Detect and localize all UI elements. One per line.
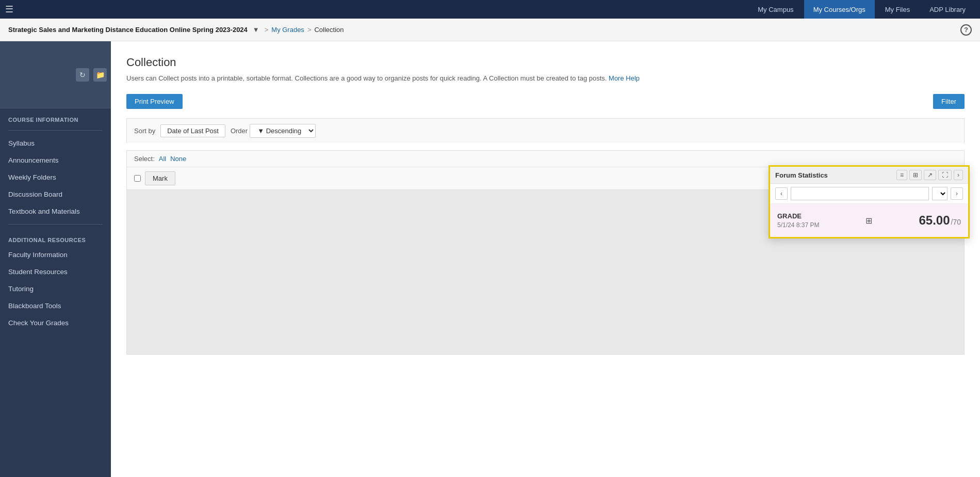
select-row: Select: All None [126,150,965,167]
top-navigation: ☰ My Campus My Courses/Orgs My Files ADP… [0,0,980,19]
sidebar-item-tutoring[interactable]: Tutoring [0,280,111,297]
panel-navigation: ‹ › [770,184,968,204]
panel-nav-next-btn[interactable]: › [951,187,963,200]
additional-resources-section-label: ADDITIONAL RESOURCES [0,229,111,246]
sort-by-label: Sort by [134,127,155,135]
breadcrumb-sep2: > [307,26,312,34]
breadcrumb-grades-link[interactable]: My Grades [271,26,304,34]
panel-chart-icon[interactable]: ↗ [924,170,936,180]
panel-header-controls: ≡ ⊞ ↗ ⛶ › [896,170,963,180]
order-label: Order [231,127,248,135]
select-none-link[interactable]: None [170,155,186,163]
grade-date: 5/1/24 8:37 PM [777,221,819,229]
select-label: Select: [134,155,155,163]
print-preview-button[interactable]: Print Preview [126,94,183,109]
sidebar-item-discussion-board[interactable]: Discussion Board [0,186,111,203]
nav-my-campus[interactable]: My Campus [748,0,803,19]
grade-number: 65.00 [919,213,950,228]
order-select[interactable]: ▼ Descending [250,124,316,138]
course-title: Strategic Sales and Marketing Distance E… [8,26,248,34]
panel-header: Forum Statistics ≡ ⊞ ↗ ⛶ › [770,167,968,184]
right-panel-overlay: Forum Statistics ≡ ⊞ ↗ ⛶ › ‹ › [769,165,970,239]
sidebar: ↻ 📁 COURSE INFORMATION Syllabus Announce… [0,41,111,477]
course-info-section-label: COURSE INFORMATION [0,108,111,126]
panel-title: Forum Statistics [775,171,828,179]
toolbar: Print Preview Filter [126,94,965,109]
refresh-icon[interactable]: ↻ [76,68,89,82]
panel-stats-icon[interactable]: ≡ [896,170,907,180]
sidebar-divider-1 [8,130,103,131]
help-button[interactable]: ? [960,24,972,36]
page-description: Users can Collect posts into a printable… [126,73,965,84]
app-logo: ☰ [5,4,13,15]
breadcrumb-current: Collection [314,26,344,34]
grade-info: GRADE 5/1/24 8:37 PM [777,212,819,229]
page-title: Collection [126,56,965,69]
panel-nav-input[interactable] [791,187,929,200]
mark-button[interactable]: Mark [145,171,175,185]
sidebar-item-blackboard-tools[interactable]: Blackboard Tools [0,297,111,314]
nav-adp-library[interactable]: ADP Library [920,0,975,19]
panel-expand-btn[interactable]: ⛶ [938,170,952,180]
grade-label: GRADE [777,212,819,220]
sidebar-item-check-grades[interactable]: Check Your Grades [0,314,111,331]
sort-by-date-button[interactable]: Date of Last Post [160,124,225,137]
sidebar-item-faculty-information[interactable]: Faculty Information [0,246,111,263]
sidebar-divider-2 [8,224,103,225]
order-section: Order ▼ Descending [231,124,316,138]
content-area: Collection Users can Collect posts into … [111,41,980,477]
main-layout: ↻ 📁 COURSE INFORMATION Syllabus Announce… [0,41,980,477]
sidebar-item-student-resources[interactable]: Student Resources [0,263,111,280]
panel-nav-prev-btn[interactable]: ‹ [775,187,788,200]
sidebar-item-announcements[interactable]: Announcements [0,152,111,169]
folder-icon[interactable]: 📁 [93,68,107,82]
panel-table-icon[interactable]: ⊞ [909,170,922,180]
sort-row: Sort by Date of Last Post Order ▼ Descen… [126,118,965,143]
breadcrumb: Strategic Sales and Marketing Distance E… [0,19,980,41]
nav-my-files[interactable]: My Files [876,0,919,19]
sidebar-item-textbook-materials[interactable]: Textbook and Materials [0,203,111,220]
sidebar-item-weekly-folders[interactable]: Weekly Folders [0,169,111,186]
grade-section: GRADE 5/1/24 8:37 PM ⊞ 65.00 /70 [770,204,968,237]
breadcrumb-sep1: > [265,26,269,34]
nav-my-courses-orgs[interactable]: My Courses/Orgs [804,0,875,19]
filter-button[interactable]: Filter [933,94,965,109]
panel-next-btn[interactable]: › [954,170,963,180]
course-dropdown-btn[interactable]: ▼ [251,25,262,35]
grade-max: /70 [951,218,961,226]
panel-nav-dropdown[interactable] [932,187,948,200]
more-help-link[interactable]: More Help [609,74,640,82]
grade-table-icon: ⊞ [865,216,872,226]
sidebar-top: ↻ 📁 [0,41,111,108]
sidebar-item-syllabus[interactable]: Syllabus [0,135,111,152]
grade-value-group: 65.00 /70 [919,213,961,228]
select-all-link[interactable]: All [159,155,166,163]
mark-checkbox[interactable] [134,175,141,182]
